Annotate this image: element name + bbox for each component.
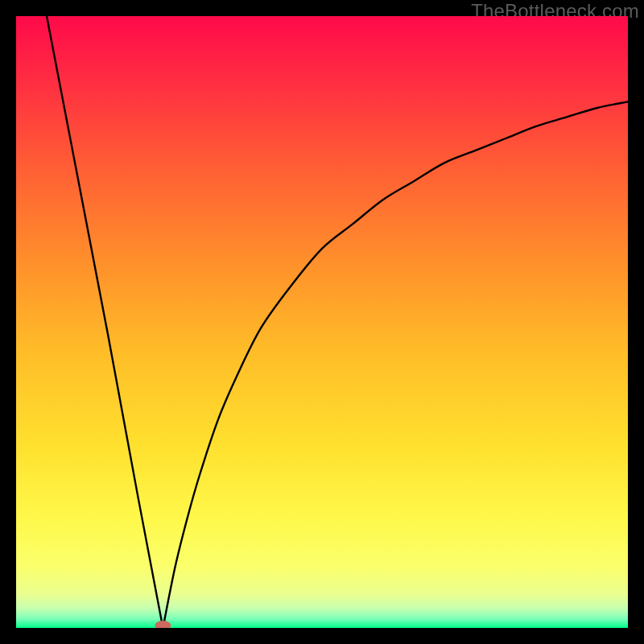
bottleneck-chart	[16, 16, 628, 628]
chart-frame: TheBottleneck.com	[0, 0, 644, 644]
gradient-background	[16, 16, 628, 628]
chart-svg	[16, 16, 628, 628]
